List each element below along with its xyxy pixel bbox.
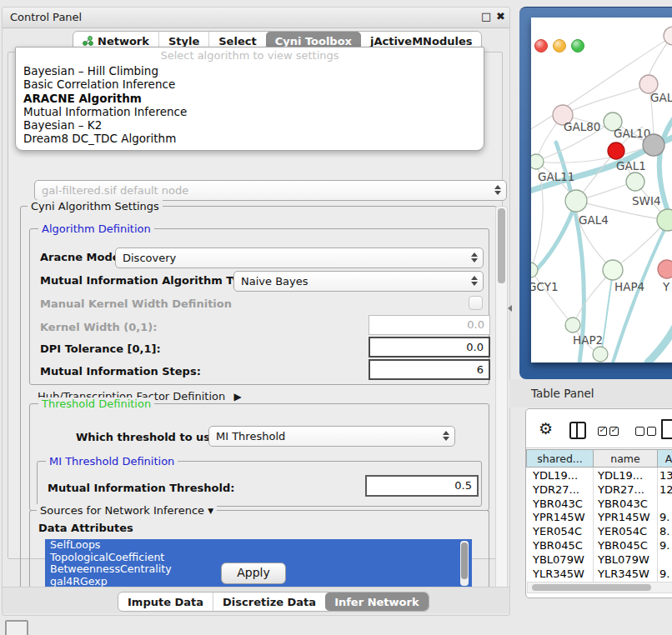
- network-icon: [83, 36, 93, 46]
- network-node[interactable]: [593, 347, 608, 362]
- settings-vscrollbar[interactable]: [495, 206, 508, 601]
- aracne-mode-label: Aracne Mode:: [40, 251, 124, 263]
- node-label: GAL80: [564, 120, 600, 133]
- network-node[interactable]: [643, 134, 664, 156]
- aracne-mode-value: Discovery: [123, 252, 176, 264]
- float-window-icon[interactable]: □: [481, 10, 491, 22]
- table-panel-window: ⚙ shared... name A YDL19...YDL19...13YDR…: [525, 408, 672, 598]
- network-selector-combobox[interactable]: gal-filtered.sif default node: [34, 180, 507, 201]
- column-header-name[interactable]: name: [593, 449, 658, 468]
- node-label: HAP2: [573, 333, 603, 347]
- control-panel-titlebar[interactable]: Control Panel □ ✖: [3, 8, 509, 28]
- mi-threshold-input[interactable]: 0.5: [365, 475, 479, 497]
- network-node[interactable]: [664, 27, 672, 45]
- network-node[interactable]: [658, 260, 672, 278]
- table-row[interactable]: YDR27...YDR27...12: [526, 482, 672, 497]
- uncheck-all-icon[interactable]: [635, 427, 656, 436]
- node-label: Y: [662, 280, 670, 293]
- attributes-scrollbar[interactable]: [460, 541, 469, 586]
- network-node[interactable]: [603, 260, 623, 280]
- new-table-icon[interactable]: [661, 419, 672, 439]
- kernel-width-input[interactable]: 0.0: [369, 315, 490, 335]
- attribute-item[interactable]: TopologicalCoefficient: [45, 552, 472, 564]
- node-label: GAL4: [579, 213, 609, 227]
- algorithm-dropdown-popup: Select algorithm to view settings Bayesi…: [15, 47, 484, 151]
- minimized-window-icon[interactable]: [5, 620, 28, 635]
- manual-kernel-width-checkbox[interactable]: [469, 296, 483, 310]
- algorithm-option[interactable]: Dream8 DC_TDC Algorithm: [16, 132, 484, 145]
- mi-steps-label: Mutual Information Steps:: [40, 365, 201, 378]
- manual-kernel-width-label: Manual Kernel Width Definition: [40, 298, 232, 310]
- close-panel-icon[interactable]: ✖: [496, 10, 505, 22]
- expand-caret-icon[interactable]: ▶: [233, 391, 241, 402]
- network-edge[interactable]: [531, 270, 573, 325]
- network-node[interactable]: [565, 318, 580, 332]
- table-row[interactable]: YBR045CYBR045C9.: [526, 538, 672, 552]
- table-row[interactable]: YBR043CYBR043C: [526, 497, 672, 511]
- column-header-shared-name[interactable]: shared...: [526, 449, 594, 468]
- network-node[interactable]: [531, 154, 544, 169]
- gear-icon[interactable]: ⚙: [539, 421, 553, 437]
- column-header-next[interactable]: A: [657, 449, 672, 468]
- window-traffic-lights: [534, 39, 593, 52]
- network-edge[interactable]: [659, 118, 672, 216]
- algorithm-definition-group: Algorithm Definition Aracne Mode: Discov…: [29, 228, 489, 385]
- algorithm-option[interactable]: Bayesian – Hill Climbing: [16, 64, 484, 78]
- apply-button[interactable]: Apply: [221, 562, 286, 584]
- which-threshold-select[interactable]: MI Threshold: [208, 426, 455, 447]
- tab-impute-data[interactable]: Impute Data: [118, 592, 213, 611]
- network-node[interactable]: [608, 142, 624, 159]
- dpi-tolerance-input[interactable]: 0.0: [369, 337, 490, 358]
- mi-threshold-label: Mutual Information Threshold:: [48, 482, 234, 494]
- zoom-button[interactable]: [571, 39, 584, 52]
- column-divider: [657, 468, 658, 583]
- table-hscrollbar[interactable]: [527, 582, 672, 593]
- algorithm-option[interactable]: Bayesian – K2: [16, 118, 484, 132]
- table-row[interactable]: YDL19...YDL19...13: [526, 468, 672, 482]
- split-view-icon[interactable]: [569, 422, 586, 439]
- table-hscrollbar-thumb[interactable]: [532, 584, 651, 591]
- collapse-caret-icon[interactable]: ▼: [208, 507, 213, 515]
- node-label: GAL1: [616, 159, 646, 172]
- node-label: GCY1: [531, 280, 559, 293]
- column-divider: [593, 468, 594, 583]
- network-node[interactable]: [657, 209, 672, 231]
- table-rows: YDL19...YDL19...13YDR27...YDR27...12YBR0…: [526, 468, 672, 583]
- node-label: HAP4: [614, 280, 644, 293]
- network-canvas[interactable]: GALGAL80GAL10GAL1SWI4GAL11GAL4GCY1HAP4YH…: [531, 18, 672, 362]
- cyni-algorithm-settings-group: Cyni Algorithm Settings Algorithm Defini…: [20, 206, 497, 601]
- check-all-icon[interactable]: [598, 427, 619, 436]
- panel-splitter-handle[interactable]: [508, 305, 512, 312]
- algorithm-option[interactable]: Basic Correlation Inference: [16, 78, 484, 91]
- aracne-mode-select[interactable]: Discovery: [115, 248, 484, 268]
- settings-vscrollbar-thumb[interactable]: [498, 208, 505, 283]
- combo-arrows-icon: [443, 431, 449, 441]
- network-edge[interactable]: [648, 308, 672, 362]
- mi-type-value: Naive Bayes: [241, 275, 308, 288]
- table-panel-header: Table Panel: [509, 379, 672, 408]
- tab-discretize-data[interactable]: Discretize Data: [213, 592, 325, 611]
- table-row[interactable]: YER054CYER054C8.: [526, 524, 672, 538]
- close-button[interactable]: [534, 39, 548, 52]
- node-label: GAL11: [538, 170, 574, 183]
- mi-type-label: Mutual Information Algorithm Type:: [40, 274, 259, 287]
- algorithm-option[interactable]: Mutual Information Inference: [16, 105, 484, 118]
- minimize-button[interactable]: [553, 39, 566, 52]
- mi-steps-input[interactable]: 6: [369, 359, 490, 380]
- network-node[interactable]: [565, 190, 587, 212]
- control-panel-window: Control Panel □ ✖ NetworkStyleSelectCyni…: [2, 7, 510, 616]
- table-row[interactable]: YBL079WYBL079W: [526, 552, 672, 567]
- network-node[interactable]: [531, 262, 538, 278]
- mi-algorithm-type-select[interactable]: Naive Bayes: [233, 271, 484, 292]
- dropdown-items: Bayesian – Hill ClimbingBasic Correlatio…: [16, 64, 484, 146]
- combo-arrows-icon: [471, 276, 478, 286]
- table-row[interactable]: YPR145WYPR145W9.: [526, 510, 672, 524]
- table-row[interactable]: YLR345WYLR345W9.: [526, 567, 672, 581]
- tab-infer-network[interactable]: Infer Network: [325, 592, 428, 611]
- attribute-item[interactable]: SelfLoops: [45, 539, 472, 552]
- network-node[interactable]: [626, 172, 644, 191]
- attributes-scrollbar-thumb[interactable]: [461, 542, 468, 579]
- threshold-definition-title: Threshold Definition: [38, 398, 154, 410]
- algorithm-option[interactable]: ARACNE Algorithm: [16, 92, 484, 105]
- which-threshold-value: MI Threshold: [216, 430, 285, 442]
